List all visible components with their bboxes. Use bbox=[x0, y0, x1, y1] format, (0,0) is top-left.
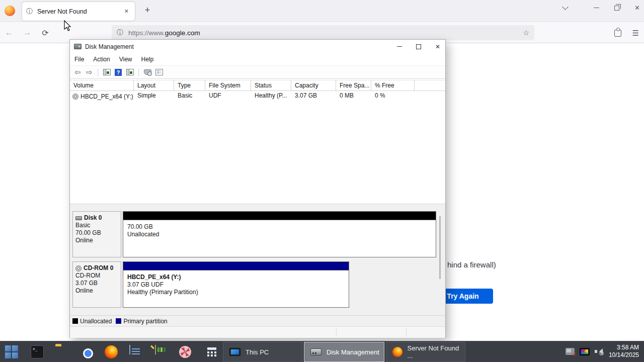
menu-view[interactable]: View bbox=[115, 56, 137, 63]
col-filler bbox=[415, 80, 445, 90]
volume-row[interactable]: HBCD_PE_x64 (Y:) Simple Basic UDF Health… bbox=[70, 91, 445, 101]
forward-button[interactable]: → bbox=[18, 28, 36, 38]
dm-forward-icon[interactable]: ⇨ bbox=[85, 68, 94, 76]
new-tab-button[interactable]: + bbox=[141, 5, 153, 16]
fan-icon[interactable] bbox=[179, 345, 192, 358]
disk0-partition-box[interactable]: 70.00 GB Unallocated bbox=[123, 211, 436, 257]
notepad-icon[interactable] bbox=[129, 345, 130, 354]
disk0-part-size: 70.00 GB bbox=[127, 223, 436, 231]
col-type[interactable]: Type bbox=[174, 80, 205, 90]
tray-date-text: 10/14/2025 bbox=[609, 351, 639, 359]
dm-minimize-button[interactable] bbox=[397, 46, 402, 47]
volume-free-space: 0 MB bbox=[336, 91, 371, 101]
tray-time-text: 3:58 AM bbox=[609, 344, 639, 351]
volume-muted-icon[interactable]: ⊘ bbox=[595, 347, 604, 355]
menu-action[interactable]: Action bbox=[89, 56, 114, 63]
reload-button[interactable]: ⟳ bbox=[36, 28, 54, 38]
extensions-icon[interactable] bbox=[614, 30, 621, 37]
col-capacity[interactable]: Capacity bbox=[291, 80, 336, 90]
hard-disk-icon bbox=[75, 216, 82, 220]
server-not-found-task-label: Server Not Found ... bbox=[408, 344, 465, 359]
taskbar-button-this-pc[interactable]: This PC bbox=[223, 342, 302, 362]
menu-help[interactable]: Help bbox=[137, 56, 158, 63]
back-button[interactable]: ← bbox=[0, 28, 18, 38]
browser-close-button[interactable]: ✕ bbox=[634, 4, 640, 12]
disk0-name: Disk 0 bbox=[84, 214, 102, 222]
dm-window-title: Disk Management bbox=[85, 43, 134, 50]
url-bar[interactable]: ⓘ https://www. google.com ☆ bbox=[112, 25, 534, 40]
action-pane-icon[interactable] bbox=[126, 69, 134, 75]
dm-status-bar bbox=[70, 326, 445, 338]
disk0-state: Online bbox=[75, 237, 121, 244]
bookmark-star-icon[interactable]: ☆ bbox=[523, 29, 529, 37]
help-icon[interactable]: ? bbox=[115, 69, 122, 76]
dm-toolbar: ⇦ ⇨ ? bbox=[70, 66, 445, 79]
taskbar-button-disk-management[interactable]: Disk Management bbox=[304, 342, 384, 362]
dm-back-icon[interactable]: ⇦ bbox=[73, 68, 82, 76]
document-chart-icon[interactable] bbox=[155, 345, 156, 354]
volume-name: HBCD_PE_x64 (Y:) bbox=[80, 93, 133, 100]
disk0-part-status: Unallocated bbox=[127, 231, 436, 238]
browser-minimize-button[interactable] bbox=[594, 8, 599, 9]
toolbar-separator bbox=[138, 68, 139, 76]
col-volume[interactable]: Volume bbox=[70, 80, 134, 90]
dm-menu-bar: File Action View Help bbox=[70, 53, 445, 66]
tab-title: Server Not Found bbox=[37, 8, 122, 15]
tray-clock[interactable]: 3:58 AM 10/14/2025 bbox=[609, 344, 639, 359]
app-menu-icon[interactable]: ☰ bbox=[632, 29, 639, 38]
info-icon: ⓘ bbox=[26, 7, 33, 16]
display-color-icon[interactable] bbox=[580, 348, 590, 355]
legend-unallocated-swatch bbox=[72, 318, 78, 324]
firefox-icon[interactable] bbox=[105, 345, 118, 358]
tab-close-button[interactable]: ✕ bbox=[122, 7, 131, 16]
disk-management-task-icon bbox=[310, 348, 321, 355]
disk0-size: 70.00 GB bbox=[75, 229, 121, 237]
cdrom0-primary-bar[interactable] bbox=[123, 262, 349, 270]
system-tray: ⊘ 3:58 AM 10/14/2025 bbox=[566, 341, 644, 362]
volume-capacity: 3.07 GB bbox=[291, 91, 336, 101]
col-layout[interactable]: Layout bbox=[134, 80, 174, 90]
cdrom0-label-panel[interactable]: CD-ROM 0 CD-ROM 3.07 GB Online bbox=[72, 261, 121, 308]
dm-maximize-button[interactable] bbox=[416, 44, 421, 49]
start-button-icon[interactable] bbox=[5, 345, 18, 358]
navbar-right-icons: ☰ bbox=[614, 29, 639, 38]
dm-close-button[interactable]: ✕ bbox=[435, 43, 440, 50]
menu-file[interactable]: File bbox=[70, 56, 89, 63]
col-pct-free[interactable]: % Free bbox=[371, 80, 415, 90]
volume-layout: Simple bbox=[134, 91, 174, 101]
disk-management-task-label: Disk Management bbox=[327, 348, 379, 356]
legend-primary-swatch bbox=[116, 318, 121, 324]
browser-restore-button[interactable] bbox=[614, 6, 619, 11]
url-domain: google.com bbox=[165, 29, 200, 37]
tab-list-chevron-icon[interactable] bbox=[562, 4, 569, 10]
browser-tab[interactable]: ⓘ Server Not Found ✕ bbox=[22, 2, 135, 21]
disk0-unallocated-bar[interactable] bbox=[123, 212, 436, 220]
toolbar-separator bbox=[98, 68, 98, 76]
graphical-view-pane: Disk 0 Basic 70.00 GB Online 70.00 GB Un… bbox=[70, 204, 445, 315]
terminal-icon[interactable]: >_ bbox=[31, 345, 44, 358]
properties-icon[interactable] bbox=[155, 69, 163, 75]
col-free-space[interactable]: Free Spa... bbox=[336, 80, 371, 90]
console-tree-icon[interactable] bbox=[103, 69, 111, 75]
browser-window-controls: ✕ bbox=[563, 4, 640, 12]
graphic-pane-scrollbar[interactable] bbox=[439, 216, 441, 279]
site-info-icon[interactable]: ⓘ bbox=[117, 28, 123, 37]
cdrom0-part-status: Healthy (Primary Partition) bbox=[127, 289, 349, 296]
error-page-text-fragment: hind a firewall) bbox=[447, 260, 496, 269]
volume-pct-free: 0 % bbox=[371, 91, 415, 101]
network-disconnected-icon[interactable] bbox=[566, 348, 575, 355]
this-pc-icon bbox=[229, 348, 240, 356]
disk0-label-panel[interactable]: Disk 0 Basic 70.00 GB Online bbox=[72, 211, 121, 257]
legend-bar: Unallocated Primary partition bbox=[70, 315, 445, 326]
dm-title-bar[interactable]: Disk Management ✕ bbox=[70, 40, 445, 53]
refresh-disk-icon[interactable] bbox=[144, 69, 151, 75]
mouse-cursor bbox=[63, 20, 71, 32]
cdrom0-part-size: 3.07 GB UDF bbox=[127, 281, 349, 289]
cdrom0-partition-box[interactable]: HBCD_PE_x64 (Y:) 3.07 GB UDF Healthy (Pr… bbox=[123, 261, 349, 308]
col-status[interactable]: Status bbox=[251, 80, 291, 90]
cd-volume-icon bbox=[72, 94, 78, 100]
col-file-system[interactable]: File System bbox=[205, 80, 251, 90]
volume-list-area[interactable] bbox=[70, 101, 445, 204]
cdrom0-state: Online bbox=[75, 287, 121, 295]
taskbar-button-server-not-found[interactable]: Server Not Found ... bbox=[386, 342, 465, 362]
